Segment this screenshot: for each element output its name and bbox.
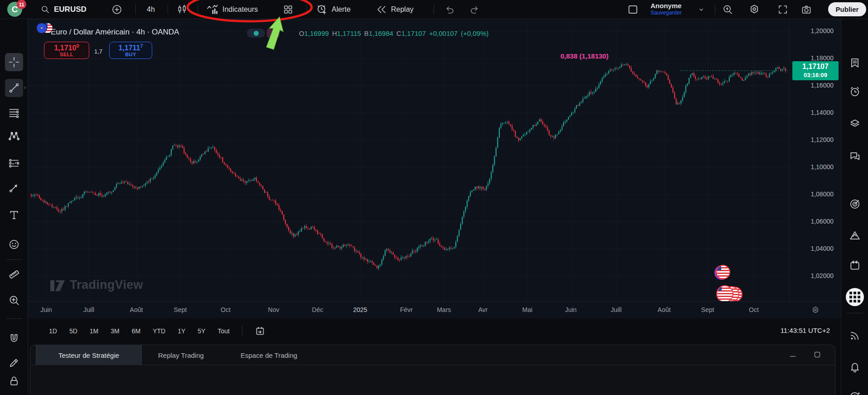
- bottom-tabs-bar: Testeur de Stratégie Replay Trading Espa…: [30, 345, 835, 365]
- help-button[interactable]: ?: [846, 387, 864, 395]
- time-axis-label: Déc: [312, 306, 323, 313]
- quick-search-button[interactable]: [722, 4, 733, 15]
- data-window-button[interactable]: [846, 114, 864, 132]
- ideas-mountain-icon: [849, 229, 861, 241]
- toolbar-expand-chevron[interactable]: ›: [24, 84, 26, 91]
- session-clock[interactable]: 11:43:51 UTC+2: [781, 327, 830, 334]
- gear-icon: [811, 306, 820, 315]
- market-open-dot: [254, 31, 259, 36]
- expand-icon: [812, 350, 822, 360]
- screener-button[interactable]: [846, 195, 864, 213]
- crosshair-tool-button[interactable]: [5, 53, 23, 71]
- screenshot-button[interactable]: [801, 4, 812, 15]
- user-name: Anonyme: [651, 2, 681, 10]
- trend-line-tool-button[interactable]: [5, 79, 23, 97]
- zoom-in-tool-button[interactable]: [5, 291, 23, 309]
- calendar-button[interactable]: [846, 256, 864, 274]
- fib-retracement-tool-button[interactable]: [5, 104, 23, 122]
- remove-drawings-button[interactable]: [5, 390, 23, 395]
- quick-search-icon: [722, 4, 733, 15]
- divider: [242, 326, 242, 336]
- emoji-tool-button[interactable]: [5, 235, 23, 254]
- magnet-mode-button[interactable]: [5, 330, 23, 348]
- time-axis[interactable]: Juin Juill Août Sept Oct Nov Déc 2025 Fé…: [28, 301, 841, 318]
- apps-menu-button[interactable]: [846, 288, 864, 306]
- market-status-toggle[interactable]: [247, 29, 265, 38]
- range-3m-button[interactable]: 3M: [111, 327, 119, 335]
- go-to-date-button[interactable]: [255, 326, 265, 336]
- compare-add-button[interactable]: [111, 4, 122, 15]
- chart-pane[interactable]: ★ Euro / Dollar Américain · 4h · OANDA ≈…: [28, 19, 789, 301]
- watchlist-button[interactable]: [846, 54, 864, 72]
- alert-button[interactable]: Alerte: [316, 3, 351, 16]
- indicators-button[interactable]: Indicateurs: [207, 3, 258, 16]
- news-feed-button[interactable]: [846, 327, 864, 345]
- interval-button[interactable]: 4h: [140, 3, 162, 16]
- watermark-text: TradingView: [70, 278, 143, 292]
- grid-templates-icon: [283, 4, 294, 15]
- settings-button[interactable]: [748, 4, 760, 15]
- time-axis-label: Avr: [478, 306, 488, 313]
- header-badges: ≈: [247, 29, 280, 38]
- replay-button[interactable]: Replay: [376, 3, 414, 16]
- buy-button[interactable]: 1,17117 BUY: [109, 42, 152, 59]
- range-6m-button[interactable]: 6M: [132, 327, 140, 335]
- economic-event-stack-icon[interactable]: [716, 285, 733, 302]
- arrow-marker-tool-button[interactable]: [5, 179, 23, 197]
- range-1m-button[interactable]: 1M: [90, 327, 98, 335]
- notifications-button[interactable]: [846, 358, 864, 376]
- xabcd-pattern-tool-button[interactable]: [5, 127, 23, 145]
- publish-button[interactable]: Publier: [828, 2, 866, 16]
- panel-minimize-button[interactable]: [788, 350, 798, 360]
- save-link[interactable]: Sauvegarder: [651, 10, 682, 16]
- measure-tool-button[interactable]: [5, 265, 23, 283]
- fullscreen-icon: [777, 4, 788, 15]
- candlestick-chart[interactable]: [28, 19, 789, 301]
- projection-tool-button[interactable]: [5, 154, 23, 172]
- tab-strategy-tester[interactable]: Testeur de Stratégie: [36, 345, 142, 365]
- ruler-icon: [8, 268, 20, 280]
- high-value: 1,17115: [337, 29, 361, 37]
- ideas-button[interactable]: [846, 226, 864, 244]
- price-tick: 1,18000: [810, 54, 834, 62]
- alert-label: Alerte: [332, 5, 351, 14]
- price-axis[interactable]: 1,20000 1,18000 1,16000 1,14000 1,12000 …: [789, 19, 841, 301]
- redo-button[interactable]: [469, 4, 480, 15]
- chat-button[interactable]: [846, 147, 864, 166]
- range-1y-button[interactable]: 1Y: [178, 327, 185, 335]
- axis-settings-button[interactable]: [811, 306, 820, 315]
- range-all-button[interactable]: Tout: [217, 327, 229, 335]
- account-chevron[interactable]: [698, 6, 705, 13]
- chart-title[interactable]: Euro / Dollar Américain · 4h · OANDA: [51, 28, 179, 37]
- divider: [6, 259, 22, 260]
- tab-tr ading-space[interactable]: Espace de Trading: [241, 345, 297, 365]
- fullscreen-button[interactable]: [777, 4, 788, 15]
- tab-replay-trading[interactable]: Replay Trading: [158, 345, 204, 365]
- alerts-panel-button[interactable]: [846, 83, 864, 101]
- time-axis-label: Oct: [221, 306, 231, 313]
- indicator-templates-button[interactable]: [283, 4, 294, 15]
- drawing-mode-button[interactable]: [5, 354, 23, 372]
- eu-flag-icon: ★: [36, 23, 47, 34]
- chart-type-button[interactable]: [177, 4, 188, 15]
- range-1d-button[interactable]: 1D: [49, 327, 57, 335]
- approx-badge[interactable]: ≈: [267, 29, 280, 38]
- account-menu[interactable]: Anonyme Sauvegarder: [651, 2, 682, 16]
- time-axis-label: Oct: [749, 306, 759, 313]
- price-alert-label[interactable]: 0,838 (1,18130): [560, 52, 608, 60]
- replay-label: Replay: [391, 5, 414, 14]
- economic-event-icon[interactable]: [716, 265, 730, 279]
- panel-expand-button[interactable]: [812, 350, 822, 360]
- range-5d-button[interactable]: 5D: [69, 327, 77, 335]
- divider: [6, 318, 22, 319]
- sell-button[interactable]: 1,17100 SELL: [44, 42, 89, 59]
- lock-drawings-button[interactable]: [5, 372, 23, 390]
- low-value: 1,16984: [369, 29, 393, 37]
- range-5y-button[interactable]: 5Y: [198, 327, 205, 335]
- range-toolbar: 1D 5D 1M 3M 6M YTD 1Y 5Y Tout 11:43:51 U…: [28, 318, 841, 344]
- symbol-search-button[interactable]: EURUSD: [41, 3, 87, 16]
- undo-button[interactable]: [444, 4, 455, 15]
- text-tool-button[interactable]: [5, 206, 23, 224]
- range-ytd-button[interactable]: YTD: [153, 327, 165, 335]
- layout-select-button[interactable]: [627, 4, 639, 15]
